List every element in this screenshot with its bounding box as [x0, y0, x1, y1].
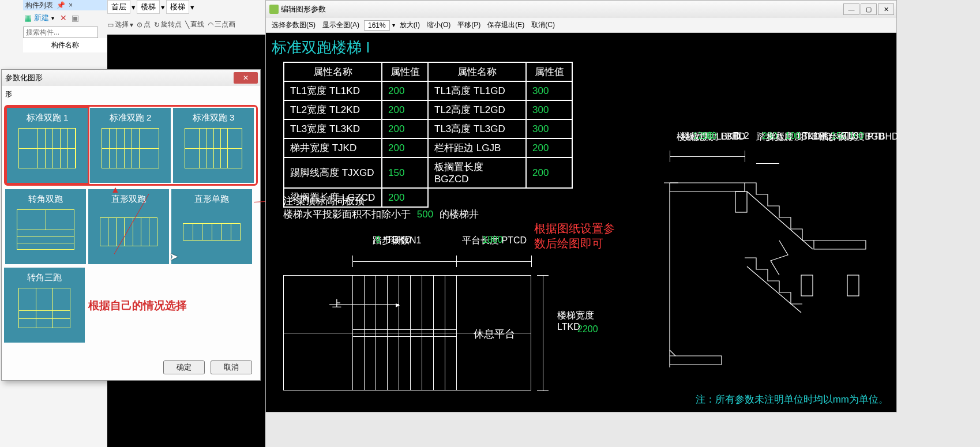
copy-icon[interactable]: ▣ [72, 13, 79, 22]
stair-thumbnail-icon [100, 217, 157, 246]
menu-pan[interactable]: 平移(P) [455, 19, 483, 31]
property-table: 属性名称 属性值 属性名称 属性值 TL1宽度 TL1KD200TL1高度 TL… [283, 62, 573, 208]
stair-thumbnail-icon [183, 223, 241, 241]
stair-tile-corner-triple[interactable]: 转角三跑 [4, 268, 85, 343]
section-svg [664, 160, 883, 373]
stair-tile-std-double-3[interactable]: 标准双跑 3 [173, 108, 254, 183]
breadcrumb-item[interactable]: 首层 [107, 0, 130, 14]
table-header: 属性值 [526, 62, 572, 81]
three-point-tool[interactable]: ◠ 三点画 [208, 20, 235, 29]
minimize-button[interactable]: — [843, 3, 859, 15]
notes-block: 注:梁顶标高同板顶 楼梯水平投影面积不扣除小于 500 的楼梯井 [283, 194, 479, 221]
point-tool[interactable]: ⊙ 点 [137, 20, 151, 29]
svg-rect-1 [801, 275, 813, 296]
tool-strip: ▭ 选择 ▾ ⊙ 点 ↻ 旋转点 ╲ 直线 ◠ 三点画 [107, 20, 235, 29]
stair-tile-straight-single[interactable]: 直形单跑 [171, 189, 252, 264]
stair-tile-std-double-1[interactable]: 标准双跑 1 [7, 108, 88, 183]
dialog-title: 参数化图形 [5, 73, 43, 83]
table-header: 属性名称 [284, 62, 382, 81]
parameter-editor-window: 编辑图形参数 — ▢ ✕ 选择参数图(S) 显示全图(A) 161%▾ 放大(I… [265, 0, 897, 412]
menu-cancel[interactable]: 取消(C) [529, 19, 557, 31]
pin-icon[interactable]: 📌 [57, 1, 65, 9]
editor-menu: 选择参数图(S) 显示全图(A) 161%▾ 放大(I) 缩小(O) 平移(P)… [266, 18, 896, 33]
stair-tile-corner-double[interactable]: 转角双跑 [5, 189, 86, 264]
stair-thumbnail-icon [18, 128, 76, 168]
close-button[interactable]: ✕ [878, 3, 894, 15]
stair-thumbnail-icon [18, 288, 70, 328]
stair-thumbnail-icon [17, 209, 74, 250]
plan-drawing: 踏步级数N1 9 *TBKD 平台长度 PTCD 1800 [277, 235, 595, 408]
zoom-input[interactable]: 161% [364, 20, 390, 31]
dialog-subtitle: 形 [2, 86, 260, 103]
select-tool[interactable]: ▭ 选择 ▾ [107, 20, 133, 29]
breadcrumb-item[interactable]: 楼梯 [166, 0, 189, 14]
breadcrumb: 首层▾ 楼梯▾ 楼梯▾ [107, 0, 194, 14]
dialog-close-button[interactable]: ✕ [234, 72, 258, 84]
stair-tile-straight-double[interactable]: 直形双跑 [88, 189, 169, 264]
stair-thumbnail-icon [102, 128, 159, 168]
menu-save-exit[interactable]: 保存退出(E) [485, 19, 527, 31]
footer-note: 注：所有参数未注明单位时均以mm为单位。 [696, 393, 888, 406]
breadcrumb-item[interactable]: 楼梯 [137, 0, 160, 14]
search-input[interactable] [23, 27, 98, 38]
rotate-tool[interactable]: ↻ 旋转点 [154, 20, 182, 29]
svg-rect-0 [735, 191, 747, 212]
editor-canvas[interactable]: 标准双跑楼梯 I 属性名称 属性值 属性名称 属性值 TL1宽度 TL1KD20… [266, 33, 896, 412]
menu-zoom-out[interactable]: 缩小(O) [425, 19, 453, 31]
menu-select-param[interactable]: 选择参数图(S) [269, 19, 318, 31]
section-drawing: 楼板宽度 LBKD 1200 踏步宽度 TBKD 280 踏步高度 TBGD 1… [670, 131, 889, 396]
panel-title: 构件列表 [25, 1, 53, 10]
window-title: 编辑图形参数 [281, 4, 326, 14]
close-icon[interactable]: ✕ [60, 13, 67, 22]
svg-rect-2 [847, 275, 859, 296]
component-list-titlebar: 构件列表 📌 × [23, 0, 107, 10]
new-icon[interactable]: ▦ [24, 13, 32, 22]
column-header: 构件名称 [23, 38, 107, 52]
panel-close-icon[interactable]: × [69, 1, 73, 9]
new-button[interactable]: 新建 [34, 13, 49, 23]
menu-zoom-in[interactable]: 放大(I) [397, 19, 422, 31]
menu-show-all[interactable]: 显示全图(A) [320, 19, 362, 31]
cancel-button[interactable]: 取消 [211, 360, 252, 374]
selection-hint: 根据自己的情况选择 [88, 298, 187, 313]
maximize-button[interactable]: ▢ [861, 3, 877, 15]
app-icon [269, 5, 279, 14]
drawing-title: 标准双跑楼梯 I [272, 37, 370, 58]
line-tool[interactable]: ╲ 直线 [185, 20, 204, 29]
table-header: 属性名称 [428, 62, 526, 81]
table-header: 属性值 [382, 62, 428, 81]
stair-thumbnail-icon [185, 128, 242, 168]
ok-button[interactable]: 确定 [163, 360, 205, 374]
stair-tile-std-double-2[interactable]: 标准双跑 2 [90, 108, 171, 183]
